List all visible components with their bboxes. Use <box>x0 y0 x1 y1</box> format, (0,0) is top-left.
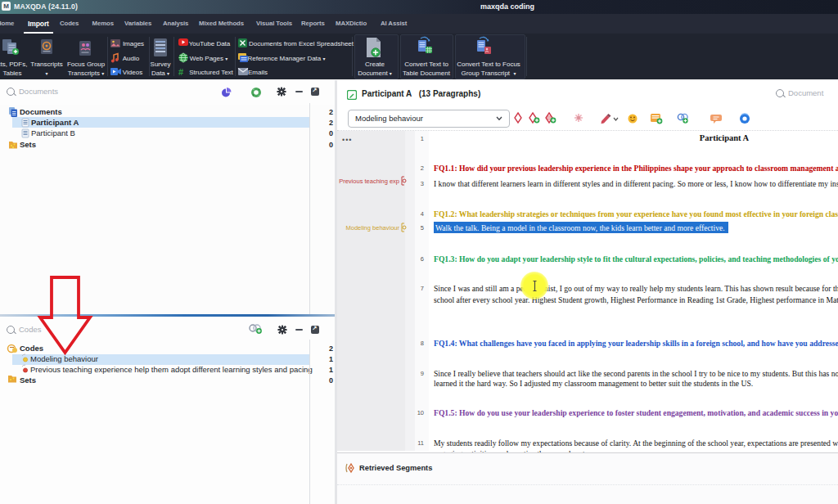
svg-text:#: # <box>178 67 183 77</box>
